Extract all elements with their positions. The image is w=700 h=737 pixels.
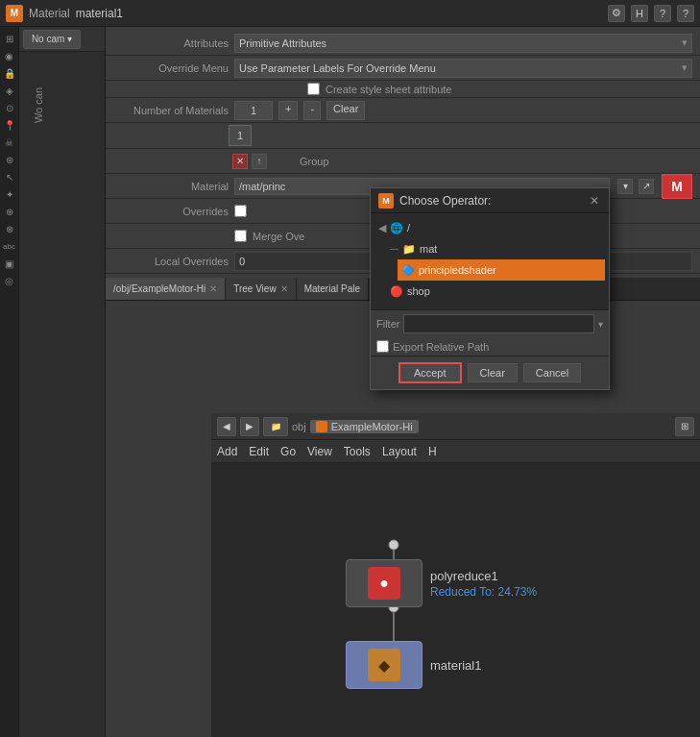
choose-operator-modal: M Choose Operator: ✕ ◀ 🌐 / — 📁 mat 🔷 pri…	[370, 187, 610, 390]
tree-shop-label: shop	[407, 285, 430, 297]
tree-item-mat[interactable]: — 📁 mat	[386, 238, 605, 259]
modal-filter-row: Filter ▾	[371, 309, 609, 337]
tree-mat-dash: —	[390, 244, 398, 254]
modal-close-btn[interactable]: ✕	[588, 194, 601, 208]
filter-arrow: ▾	[598, 319, 603, 330]
modal-button-row: Accept Clear Cancel	[371, 356, 609, 389]
tree-root-label: /	[407, 222, 410, 233]
modal-clear-button[interactable]: Clear	[468, 363, 518, 382]
tree-item-shop[interactable]: 🔴 shop	[386, 281, 605, 302]
tree-nav-icon: ◀	[378, 222, 386, 234]
filter-input[interactable]	[403, 314, 594, 333]
modal-icon: M	[378, 193, 394, 209]
tree-mat-icon: 📁	[402, 243, 416, 256]
cancel-button[interactable]: Cancel	[523, 363, 581, 382]
export-relative-checkbox[interactable]	[376, 340, 389, 353]
tree-item-principledshader[interactable]: 🔷 principledshader	[398, 259, 605, 281]
filter-label: Filter	[376, 318, 399, 330]
modal-checkbox-row: Export Relative Path	[371, 337, 609, 356]
modal-title: Choose Operator:	[399, 194, 582, 208]
tree-root-icon: 🌐	[390, 222, 403, 234]
export-relative-label: Export Relative Path	[393, 341, 489, 353]
accept-button[interactable]: Accept	[398, 362, 462, 383]
tree-shop-icon: 🔴	[390, 285, 403, 298]
modal-overlay: M Choose Operator: ✕ ◀ 🌐 / — 📁 mat 🔷 pri…	[0, 0, 700, 737]
tree-item-root[interactable]: ◀ 🌐 /	[374, 217, 605, 238]
tree-shader-label: principledshader	[419, 264, 496, 276]
modal-title-bar: M Choose Operator: ✕	[371, 188, 609, 213]
tree-shader-icon: 🔷	[401, 264, 415, 277]
modal-tree: ◀ 🌐 / — 📁 mat 🔷 principledshader 🔴 shop	[371, 213, 609, 309]
tree-mat-label: mat	[420, 243, 437, 255]
